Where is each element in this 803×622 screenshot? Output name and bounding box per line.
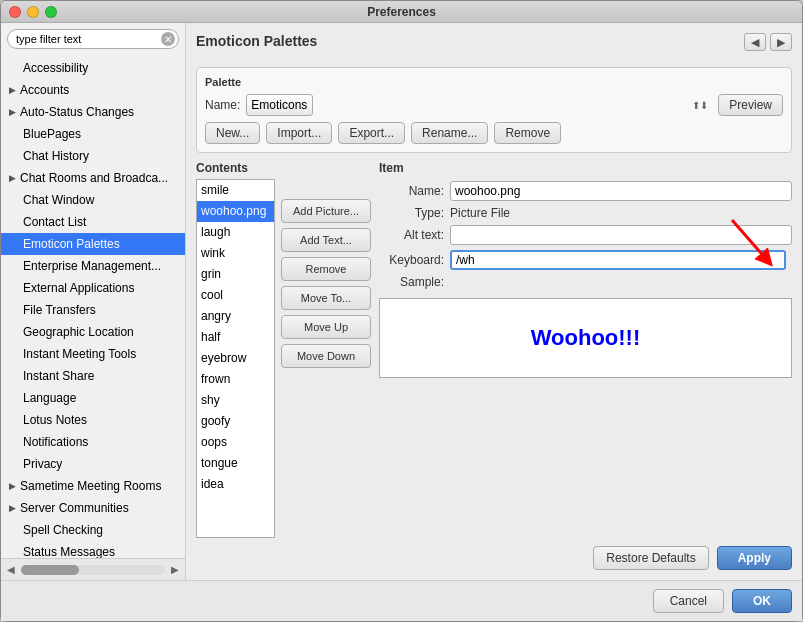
preferences-window: Preferences ✕ Accessibility ▶Accounts ▶A…	[0, 0, 803, 622]
import-button[interactable]: Import...	[266, 122, 332, 144]
list-item[interactable]: goofy	[197, 411, 274, 432]
sidebar-item-server[interactable]: ▶Server Communities	[1, 497, 185, 519]
move-to-button[interactable]: Move To...	[281, 286, 371, 310]
sidebar-item-label: Accounts	[20, 81, 69, 99]
item-type-value: Picture File	[450, 206, 510, 220]
sidebar-scrollbar[interactable]	[21, 565, 165, 575]
arrow-icon: ▶	[9, 81, 16, 99]
forward-nav-button[interactable]: ▶	[770, 33, 792, 51]
list-item[interactable]: oops	[197, 432, 274, 453]
item-keyboard-row: Keyboard:	[379, 250, 792, 270]
contents-list[interactable]: smile woohoo.png laugh wink grin cool an…	[196, 179, 275, 538]
preview-button[interactable]: Preview	[718, 94, 783, 116]
palette-section-label: Palette	[205, 76, 783, 88]
search-box: ✕	[7, 29, 179, 49]
sidebar-item-label: Emoticon Palettes	[23, 235, 120, 253]
sidebar-item-label: Privacy	[23, 455, 62, 473]
item-fields: Name: Type: Picture File Alt text: K	[379, 181, 792, 378]
item-alttext-input[interactable]	[450, 225, 792, 245]
list-item[interactable]: cool	[197, 285, 274, 306]
sidebar-item-spell[interactable]: Spell Checking	[1, 519, 185, 541]
cancel-button[interactable]: Cancel	[653, 589, 724, 613]
list-item[interactable]: woohoo.png	[197, 201, 274, 222]
sidebar-item-label: Instant Meeting Tools	[23, 345, 136, 363]
item-sample-row: Sample:	[379, 275, 792, 289]
arrow-icon: ▶	[9, 103, 16, 121]
sidebar-item-chat-window[interactable]: Chat Window	[1, 189, 185, 211]
close-button[interactable]	[9, 6, 21, 18]
sidebar-item-emoticon-palettes[interactable]: Emoticon Palettes	[1, 233, 185, 255]
sidebar-item-label: Server Communities	[20, 499, 129, 517]
sidebar-item-label: Chat Window	[23, 191, 94, 209]
list-item[interactable]: wink	[197, 243, 274, 264]
remove-palette-button[interactable]: Remove	[494, 122, 561, 144]
sidebar-item-external-apps[interactable]: External Applications	[1, 277, 185, 299]
search-clear-button[interactable]: ✕	[161, 32, 175, 46]
arrow-icon: ▶	[9, 477, 16, 495]
minimize-button[interactable]	[27, 6, 39, 18]
sidebar-item-instant-meeting[interactable]: Instant Meeting Tools	[1, 343, 185, 365]
sidebar-item-chat-history[interactable]: Chat History	[1, 145, 185, 167]
item-keyboard-input[interactable]	[450, 250, 786, 270]
titlebar-buttons	[9, 6, 57, 18]
sidebar-item-chat-rooms[interactable]: ▶Chat Rooms and Broadca...	[1, 167, 185, 189]
sidebar-item-geographic[interactable]: Geographic Location	[1, 321, 185, 343]
sidebar-item-enterprise[interactable]: Enterprise Management...	[1, 255, 185, 277]
list-item[interactable]: grin	[197, 264, 274, 285]
rename-button[interactable]: Rename...	[411, 122, 488, 144]
palette-btn-row: New... Import... Export... Rename... Rem…	[205, 122, 783, 144]
sidebar-item-contact-list[interactable]: Contact List	[1, 211, 185, 233]
sidebar-item-label: Contact List	[23, 213, 86, 231]
sidebar-item-label: Status Messages	[23, 543, 115, 558]
list-item[interactable]: smile	[197, 180, 274, 201]
select-arrow-icon: ⬆⬇	[692, 100, 708, 111]
sidebar-item-accessibility[interactable]: Accessibility	[1, 57, 185, 79]
sidebar-item-notifications[interactable]: Notifications	[1, 431, 185, 453]
sidebar-item-language[interactable]: Language	[1, 387, 185, 409]
scrollbar-thumb	[21, 565, 79, 575]
list-item[interactable]: frown	[197, 369, 274, 390]
sidebar-item-sametime[interactable]: ▶Sametime Meeting Rooms	[1, 475, 185, 497]
ok-button[interactable]: OK	[732, 589, 792, 613]
sidebar-item-auto-status[interactable]: ▶Auto-Status Changes	[1, 101, 185, 123]
sidebar-item-instant-share[interactable]: Instant Share	[1, 365, 185, 387]
list-item[interactable]: laugh	[197, 222, 274, 243]
remove-item-button[interactable]: Remove	[281, 257, 371, 281]
item-label: Item	[379, 161, 792, 175]
list-item[interactable]: idea	[197, 474, 274, 495]
apply-button[interactable]: Apply	[717, 546, 792, 570]
add-picture-button[interactable]: Add Picture...	[281, 199, 371, 223]
item-name-row: Name:	[379, 181, 792, 201]
item-section: Item Name: Type: Picture File Alt text:	[379, 161, 792, 538]
contents-item-area: Contents smile woohoo.png laugh wink gri…	[196, 161, 792, 538]
item-name-input[interactable]	[450, 181, 792, 201]
sidebar-item-lotus-notes[interactable]: Lotus Notes	[1, 409, 185, 431]
sidebar-item-privacy[interactable]: Privacy	[1, 453, 185, 475]
list-item[interactable]: angry	[197, 306, 274, 327]
restore-defaults-button[interactable]: Restore Defaults	[593, 546, 708, 570]
sidebar-item-label: Chat Rooms and Broadca...	[20, 169, 168, 187]
search-input[interactable]	[7, 29, 179, 49]
right-panel: Emoticon Palettes ◀ ▶ Palette Name: Emot…	[186, 23, 802, 580]
move-down-button[interactable]: Move Down	[281, 344, 371, 368]
add-text-button[interactable]: Add Text...	[281, 228, 371, 252]
list-item[interactable]: half	[197, 327, 274, 348]
nav-left-icon[interactable]: ◀	[5, 562, 17, 577]
maximize-button[interactable]	[45, 6, 57, 18]
name-select[interactable]: Emoticons	[246, 94, 313, 116]
export-button[interactable]: Export...	[338, 122, 405, 144]
palette-name-row: Name: Emoticons ⬆⬇ Preview	[205, 94, 783, 116]
list-item[interactable]: shy	[197, 390, 274, 411]
move-up-button[interactable]: Move Up	[281, 315, 371, 339]
sidebar-item-status-messages[interactable]: Status Messages	[1, 541, 185, 558]
nav-right-icon[interactable]: ▶	[169, 562, 181, 577]
sidebar-item-label: Instant Share	[23, 367, 94, 385]
sidebar-item-file-transfers[interactable]: File Transfers	[1, 299, 185, 321]
list-item[interactable]: eyebrow	[197, 348, 274, 369]
sidebar-item-label: Enterprise Management...	[23, 257, 161, 275]
sidebar-item-bluepages[interactable]: BluePages	[1, 123, 185, 145]
new-button[interactable]: New...	[205, 122, 260, 144]
back-nav-button[interactable]: ◀	[744, 33, 766, 51]
list-item[interactable]: tongue	[197, 453, 274, 474]
sidebar-item-accounts[interactable]: ▶Accounts	[1, 79, 185, 101]
